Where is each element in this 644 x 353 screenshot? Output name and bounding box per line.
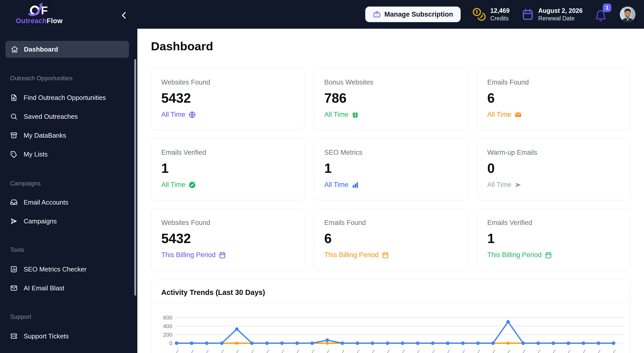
stat-card-value: 1 — [324, 161, 457, 176]
stat-card-value: 6 — [324, 231, 457, 246]
stat-card-emails-verified-billing: Emails Verified 1 This Billing Period — [477, 209, 630, 270]
briefcase-icon — [373, 10, 381, 18]
sidebar-item-label: Find Outreach Opportunities — [24, 94, 106, 102]
sidebar-item-find-outreach-opportunities[interactable]: Find Outreach Opportunities — [10, 91, 127, 104]
stat-card-period-link[interactable]: All Time — [161, 181, 294, 189]
notification-badge: 1 — [603, 4, 611, 12]
mail-filled-icon — [514, 111, 522, 119]
brand-logo-icon: F — [25, 2, 53, 17]
svg-text:F: F — [41, 4, 48, 17]
credits-indicator: 12,469 Credits — [472, 7, 509, 22]
stat-card-emails-found-all-time: Emails Found 6 All Time — [477, 68, 630, 130]
stat-card-title: Emails Verified — [487, 219, 620, 227]
chevron-left-icon — [119, 11, 129, 20]
period-label: All Time — [324, 181, 348, 189]
file-search-icon — [10, 94, 18, 101]
ticket-icon — [10, 332, 18, 340]
stat-card-value: 1 — [487, 231, 620, 246]
stat-card-seo-metrics: SEO Metrics 1 All Time — [314, 138, 467, 200]
tag-icon — [10, 150, 18, 158]
sidebar-item-support-tickets[interactable]: Support Tickets — [10, 330, 127, 342]
calendar-icon — [219, 251, 226, 259]
stat-card-period-link[interactable]: All Time — [487, 111, 620, 119]
stat-card-bonus-websites: Bonus Websites 786 All Time — [314, 68, 467, 130]
activity-trends-card: Activity Trends (Last 30 Days) 020040060… — [151, 280, 630, 353]
check-circle-icon — [188, 181, 196, 189]
avatar[interactable] — [620, 7, 635, 22]
sidebar-item-campaigns[interactable]: Campaigns — [10, 215, 127, 227]
sidebar-item-my-databanks[interactable]: My DataBanks — [10, 129, 127, 142]
sidebar-item-saved-outreaches[interactable]: Saved Outreaches — [10, 110, 127, 123]
sidebar-section-outreach: Outreach Opportunities — [10, 75, 72, 82]
inbox-icon — [10, 199, 18, 206]
svg-text:200: 200 — [163, 332, 172, 338]
brand-wordmark: OutreachFlow — [9, 17, 69, 25]
svg-text:400: 400 — [163, 323, 172, 329]
period-label: This Billing Period — [324, 251, 379, 259]
renewal-date-label: Renewal Date — [538, 15, 583, 22]
stat-card-value: 5432 — [161, 90, 294, 106]
sidebar-item-seo-metrics-checker[interactable]: SEO Metrics Checker — [10, 263, 127, 276]
sidebar-section-support: Support — [10, 313, 31, 320]
stat-card-warmup-emails: Warm-up Emails 0 All Time — [477, 138, 630, 200]
coins-icon — [472, 7, 486, 21]
calendar-icon — [545, 251, 552, 259]
bar-chart-square-icon — [10, 265, 18, 273]
stat-card-period-link[interactable]: This Billing Period — [161, 251, 294, 259]
notifications-button[interactable]: 1 — [594, 6, 608, 23]
sidebar-collapse-button[interactable] — [118, 10, 130, 21]
mail-icon — [10, 284, 18, 292]
home-icon — [11, 46, 18, 53]
sidebar-item-my-lists[interactable]: My Lists — [10, 148, 127, 161]
stat-card-value: 0 — [487, 161, 620, 176]
archive-icon — [10, 132, 18, 139]
stat-card-title: Emails Found — [487, 79, 620, 86]
sidebar-scrollbar[interactable] — [134, 59, 136, 296]
stat-cards-grid: Websites Found 5432 All Time Bonus Websi… — [151, 68, 630, 270]
stat-card-title: Websites Found — [161, 219, 294, 227]
stat-card-period-link[interactable]: All Time — [324, 181, 457, 189]
sidebar-section-tools: Tools — [10, 246, 24, 253]
credits-value: 12,469 — [490, 7, 509, 14]
stat-card-value: 5432 — [161, 231, 294, 246]
stat-card-value: 786 — [324, 90, 457, 106]
svg-text:600: 600 — [163, 315, 172, 321]
sidebar-item-label: Support Tickets — [24, 332, 69, 340]
sidebar-item-ai-email-blast[interactable]: AI Email Blast — [10, 282, 127, 294]
sidebar-item-label: My Lists — [24, 150, 48, 158]
bar-chart-icon — [351, 181, 359, 189]
page-title: Dashboard — [151, 39, 630, 53]
sidebar-item-label: Saved Outreaches — [24, 113, 78, 121]
sidebar-item-label: My DataBanks — [24, 132, 66, 139]
period-label: All Time — [487, 181, 511, 189]
renewal-indicator: August 2, 2026 Renewal Date — [521, 7, 583, 22]
avatar-photo — [620, 7, 635, 22]
stat-card-value: 1 — [161, 161, 294, 176]
stat-card-period-link[interactable]: This Billing Period — [324, 251, 457, 259]
stat-card-period-link[interactable]: All Time — [487, 181, 620, 189]
globe-icon — [188, 111, 196, 119]
credits-label: Credits — [490, 15, 509, 22]
stat-card-period-link[interactable]: All Time — [161, 111, 294, 119]
activity-trends-chart: 0200400600 — [151, 303, 630, 353]
sidebar-item-dashboard[interactable]: Dashboard — [6, 41, 129, 58]
brand-logo[interactable]: F OutreachFlow — [9, 2, 69, 25]
stat-card-value: 6 — [487, 90, 620, 106]
stat-card-period-link[interactable]: All Time — [324, 111, 457, 119]
sidebar: Dashboard Outreach Opportunities Find Ou… — [0, 29, 137, 353]
stat-card-title: SEO Metrics — [324, 149, 457, 156]
calendar-icon — [521, 8, 534, 21]
renewal-date-value: August 2, 2026 — [538, 7, 583, 14]
stat-card-emails-verified-all-time: Emails Verified 1 All Time — [151, 138, 304, 200]
stat-card-emails-found-billing: Emails Found 6 This Billing Period — [314, 209, 467, 270]
stat-card-title: Websites Found — [161, 79, 294, 86]
stat-card-title: Bonus Websites — [324, 79, 457, 86]
period-label: This Billing Period — [161, 251, 216, 259]
stat-card-period-link[interactable]: This Billing Period — [487, 251, 620, 259]
sidebar-item-email-accounts[interactable]: Email Accounts — [10, 196, 127, 209]
main-content: Dashboard Websites Found 5432 All Time B… — [137, 29, 644, 353]
period-label: All Time — [161, 181, 185, 189]
manage-subscription-label: Manage Subscription — [384, 11, 453, 18]
manage-subscription-button[interactable]: Manage Subscription — [365, 7, 461, 22]
period-label: All Time — [161, 111, 185, 119]
